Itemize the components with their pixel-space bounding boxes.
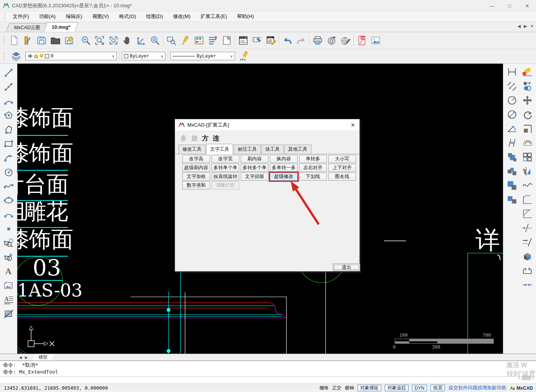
dialog-button-18[interactable]: 图名线 [328,173,356,181]
dim-aligned-icon[interactable] [505,79,518,92]
dialog-button-1[interactable]: 改字高 [182,155,210,163]
tab-scroll-left-icon[interactable]: ◀ [518,24,521,29]
status-toggle-lineweight[interactable]: 线宽 [430,385,445,391]
new-file-icon[interactable] [7,33,21,47]
status-toggle-ortho[interactable]: 正交 [332,385,341,391]
undo-icon[interactable] [280,33,294,47]
model-next-icon[interactable]: ▶ [23,356,29,359]
mini-tool-xuan[interactable]: 旋 [191,134,198,143]
save-as-icon[interactable] [62,33,76,47]
tab-scroll-right-icon[interactable]: ▶ [524,24,527,29]
cad-text-entity[interactable]: 饰面 [29,228,73,250]
three-point-arc-icon[interactable] [2,151,15,164]
erase-icon[interactable] [521,65,534,78]
menu-item-edit[interactable]: 编辑(E) [61,12,87,22]
menu-item-modify[interactable]: 修改(M) [168,12,195,22]
break-icon[interactable] [521,221,534,234]
minimize-icon[interactable]: — [483,0,501,12]
dialog-button-2[interactable]: 改字宽 [212,155,239,163]
close-icon[interactable]: ✕ [518,0,536,12]
menu-item-file[interactable]: 文件(F) [8,12,34,22]
dialog-button-8[interactable]: 多转单个单 [212,164,239,172]
mini-tool-lian[interactable]: 连 [213,134,219,143]
feedback-link[interactable]: 提交软件问题或增加新功能 [448,385,506,391]
status-toggle-grid[interactable]: 栅格 [319,385,329,391]
explode-icon[interactable] [521,250,534,263]
cad-text-entity[interactable]: 1AS-03 [17,282,83,299]
create-block-icon[interactable] [2,250,15,264]
open-file-icon[interactable] [48,33,62,47]
chamfer-icon[interactable] [521,207,534,220]
spline-icon[interactable] [2,180,15,193]
copy-overlap-icon[interactable] [505,165,518,178]
web-publish-icon[interactable] [324,33,338,47]
menu-item-view[interactable]: 视图(V) [87,12,114,22]
open-drawing-icon[interactable] [21,33,35,47]
property-brush-icon[interactable] [264,33,278,47]
menu-item-format[interactable]: 格式(O) [114,12,141,22]
cad-text-entity[interactable]: 03 [33,257,61,279]
redo-icon[interactable] [294,33,308,47]
fit-spline-icon[interactable] [521,179,534,192]
layer-manager-icon[interactable] [236,33,250,47]
menu-item-extend-tools[interactable]: 扩展工具(E) [195,12,232,22]
break-at-point-icon[interactable] [521,264,534,277]
cad-text-entity[interactable]: 台面 [24,173,69,195]
dialog-button-5[interactable]: 单转多 [299,155,327,163]
fillet-icon[interactable] [521,193,534,206]
half-arc-icon[interactable] [2,208,15,221]
menu-item-help[interactable]: 帮助(H) [232,12,259,22]
select-zoom-icon[interactable] [164,33,178,47]
dim-angular-icon[interactable] [505,122,518,135]
export-pdf-icon[interactable]: PDF [355,33,369,47]
copy-stack-icon[interactable] [505,179,518,192]
dialog-button-10[interactable]: 多单转一多 [270,164,298,172]
polyline-icon[interactable] [2,123,15,136]
dim-radius-icon[interactable] [505,94,518,107]
polygon-icon[interactable] [2,109,15,122]
dialog-button-14[interactable]: 按直线旋转 [212,173,239,181]
text-style-icon[interactable] [206,33,220,47]
point-icon[interactable] [2,222,15,235]
print-icon[interactable] [311,33,324,47]
construction-line-icon[interactable] [2,80,15,93]
sketch-pencil-icon[interactable] [178,33,192,47]
layer-select[interactable]: 0 ∨ [25,52,117,60]
tab-text-tools[interactable]: 文字工具 [206,144,233,154]
dialog-button-19[interactable]: 数字求和 [182,181,210,189]
hatch-icon[interactable] [2,307,15,320]
multiline-text-icon[interactable]: A [2,293,15,306]
insert-block-icon[interactable] [2,236,15,249]
menu-item-draw[interactable]: 绘图(D) [141,12,168,22]
model-tab[interactable]: 模型 [31,354,55,361]
model-prev-icon[interactable]: ◀ [18,356,23,359]
color-table-icon[interactable] [192,33,206,47]
dialog-close-icon[interactable]: ✕ [347,120,359,130]
offset-icon[interactable] [521,136,534,149]
ucs-axes-icon[interactable] [134,33,148,47]
rectangle-icon[interactable] [2,137,15,150]
save-icon[interactable] [35,33,48,47]
pan-icon[interactable] [120,33,134,47]
zoom-center-icon[interactable] [148,33,162,47]
circle-icon[interactable] [2,165,15,178]
web-upload-icon[interactable] [338,33,352,47]
tab-block-tools[interactable]: 块工具 [261,145,284,154]
dialog-button-9[interactable]: 多转多个单 [241,164,268,172]
match-properties-icon[interactable] [237,49,251,63]
tab-dim-tools[interactable]: 标注工具 [234,145,261,154]
cad-text-detail[interactable]: 详 [475,228,500,252]
raster-image-icon[interactable] [2,279,15,292]
copy-pair-icon[interactable] [505,193,518,206]
color-select[interactable]: ByLayer ∨ [122,52,165,60]
layout-page-icon[interactable] [220,33,233,47]
linetype-select[interactable]: ByLayer ∨ [170,52,235,60]
exit-button[interactable]: 退出 [333,264,360,271]
mirror-icon[interactable] [521,165,534,178]
cad-text-entity[interactable]: 饰面 [29,142,73,164]
tab-close-icon[interactable]: ✕ [530,24,534,29]
quick-select-icon[interactable] [250,33,264,47]
status-toggle-otrack[interactable]: 对象追踪 [385,385,409,391]
dialog-button-12[interactable]: 上下对齐 [328,164,356,172]
dialog-button-16[interactable]: 超级修改 [270,173,298,181]
